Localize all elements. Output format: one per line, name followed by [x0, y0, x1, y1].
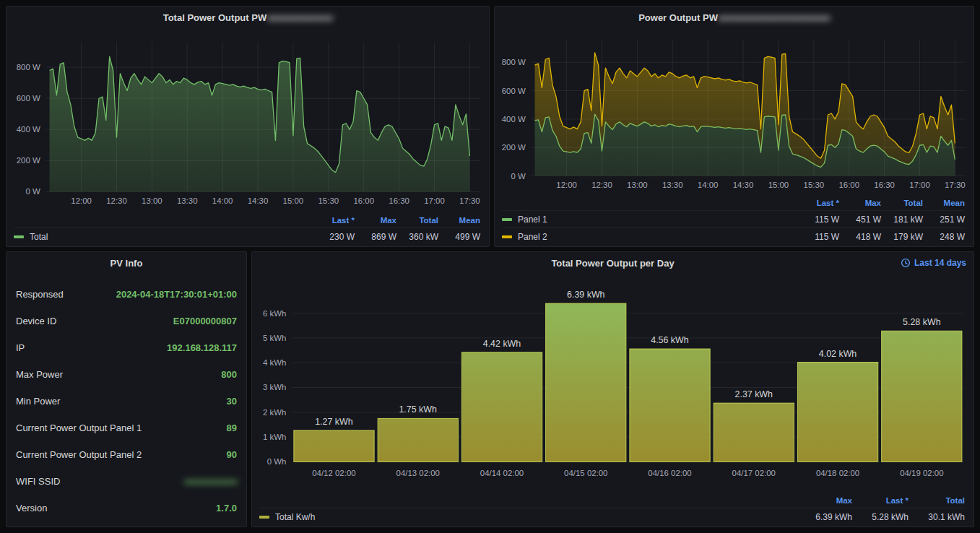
svg-text:13:30: 13:30 — [662, 181, 683, 189]
info-value: 89 — [227, 422, 237, 433]
stat-last-panel-2: 115 W — [797, 232, 839, 242]
panel-power-per-day: Total Power Output per Day Last 14 days … — [251, 251, 974, 527]
svg-text:1 kWh: 1 kWh — [263, 433, 286, 441]
info-row-ip: IP 192.168.128.117 — [6, 334, 246, 361]
legend-stat-header-total[interactable]: Total — [881, 199, 923, 207]
svg-text:04/15 02:00: 04/15 02:00 — [564, 469, 607, 477]
svg-text:12:00: 12:00 — [71, 196, 92, 205]
info-row-min-power: Min Power 30 — [6, 388, 246, 415]
legend-power-output: Last * Max Total Mean Panel 1 115 W 451 … — [502, 196, 965, 245]
stat-mean-panel-2: 248 W — [923, 232, 965, 242]
legend-stats-header: Last * Max Total Mean — [502, 196, 965, 210]
info-value: 800 — [221, 369, 237, 380]
info-value: 90 — [227, 449, 237, 460]
stat-max-total: 869 W — [355, 232, 396, 242]
svg-text:14:30: 14:30 — [248, 196, 269, 205]
legend-item-panel-2[interactable]: Panel 2 115 W 418 W 179 kW 248 W — [502, 228, 965, 245]
stat-total-panel-2: 179 kW — [881, 232, 923, 242]
legend-stat-header-max[interactable]: Max — [796, 496, 852, 505]
legend-stat-header-mean[interactable]: Mean — [438, 216, 480, 225]
svg-text:4 kWh: 4 kWh — [263, 358, 286, 367]
legend-item-panel-1[interactable]: Panel 1 115 W 451 W 181 kW 251 W — [502, 210, 965, 228]
panel-pv-info: PV Info Responsed 2024-04-18T17:30:01+01… — [6, 251, 247, 527]
info-label: Min Power — [16, 396, 60, 407]
svg-text:800 W: 800 W — [502, 58, 526, 66]
series-name-panel-2[interactable]: Panel 2 — [518, 232, 547, 242]
stat-total-panel-1: 181 kW — [881, 214, 923, 225]
panel-total-power-output: Total Power Output PWwwwwwwwwww 0 W200 W… — [6, 6, 490, 247]
info-value: 1.7.0 — [216, 503, 237, 514]
svg-text:600 W: 600 W — [502, 87, 526, 95]
info-value: E07000000807 — [173, 316, 237, 326]
series-name-panel-1[interactable]: Panel 1 — [518, 214, 547, 225]
stat-last-kwh: 5.28 kWh — [852, 512, 909, 522]
stat-max-panel-2: 418 W — [839, 232, 881, 242]
info-value-redacted: wwwwwwww — [184, 476, 237, 487]
series-name-total-kwh[interactable]: Total Kw/h — [275, 512, 315, 522]
svg-text:6.39 kWh: 6.39 kWh — [567, 290, 605, 300]
series-swatch-panel-1 — [502, 218, 512, 221]
svg-text:12:00: 12:00 — [556, 181, 577, 189]
series-name-total[interactable]: Total — [30, 232, 48, 242]
svg-text:14:00: 14:00 — [212, 196, 233, 205]
info-label: Version — [16, 503, 47, 514]
legend-stat-header-last[interactable]: Last * — [852, 496, 909, 505]
svg-text:17:30: 17:30 — [945, 181, 966, 189]
stat-last-total: 230 W — [313, 232, 355, 242]
stat-max-kwh: 6.39 kWh — [796, 512, 852, 522]
info-label: Current Power Output Panel 1 — [16, 422, 142, 433]
info-row-device-id: Device ID E07000000807 — [6, 308, 246, 334]
legend-stat-header-mean[interactable]: Mean — [923, 199, 965, 207]
panel-header-pv-info[interactable]: PV Info — [6, 252, 246, 274]
svg-text:04/14 02:00: 04/14 02:00 — [480, 469, 524, 477]
info-label: IP — [16, 342, 25, 353]
svg-text:16:00: 16:00 — [838, 181, 859, 189]
legend-item-total[interactable]: Total 230 W 869 W 360 kW 499 W — [14, 228, 480, 245]
legend-stats-header: Last * Max Total Mean — [14, 213, 480, 228]
info-label: Current Power Output Panel 2 — [16, 449, 142, 460]
series-swatch-total-kwh — [259, 516, 269, 519]
total-power-time-series-chart[interactable]: 0 W200 W400 W600 W800 W12:0012:3013:0013… — [6, 6, 489, 246]
svg-text:13:00: 13:00 — [627, 181, 648, 189]
svg-text:13:30: 13:30 — [177, 196, 198, 205]
info-label: Responsed — [16, 289, 64, 300]
stat-mean-panel-1: 251 W — [923, 214, 965, 225]
info-row-max-power: Max Power 800 — [6, 361, 246, 388]
svg-text:04/13 02:00: 04/13 02:00 — [396, 469, 440, 477]
svg-text:14:00: 14:00 — [698, 181, 719, 189]
legend-stat-header-total[interactable]: Total — [396, 216, 438, 225]
legend-stat-header-last[interactable]: Last * — [313, 216, 355, 225]
stat-mean-total: 499 W — [438, 232, 480, 242]
legend-item-total-kwh[interactable]: Total Kw/h 6.39 kWh 5.28 kWh 30.1 kWh — [259, 508, 965, 525]
svg-text:1.27 kWh: 1.27 kWh — [315, 417, 353, 427]
svg-text:17:00: 17:00 — [424, 196, 445, 205]
svg-text:16:00: 16:00 — [353, 196, 374, 205]
svg-text:200 W: 200 W — [17, 156, 40, 165]
svg-text:0 Wh: 0 Wh — [267, 457, 287, 466]
svg-text:2 kWh: 2 kWh — [263, 408, 286, 417]
power-per-day-bar-chart[interactable]: 0 Wh1 kWh2 kWh3 kWh4 kWh5 kWh6 kWh1.27 k… — [252, 252, 974, 526]
svg-text:15:30: 15:30 — [804, 181, 825, 189]
svg-text:400 W: 400 W — [17, 125, 40, 134]
svg-text:12:30: 12:30 — [106, 196, 127, 205]
stat-max-panel-1: 451 W — [839, 214, 881, 225]
legend-stat-header-last[interactable]: Last * — [797, 199, 839, 207]
legend-stat-header-total[interactable]: Total — [909, 496, 965, 505]
svg-text:04/19 02:00: 04/19 02:00 — [900, 469, 943, 477]
svg-text:16:30: 16:30 — [874, 181, 895, 189]
info-label: Device ID — [16, 316, 56, 326]
stat-total-total: 360 kW — [396, 232, 438, 242]
info-row-current-power-panel-1: Current Power Output Panel 1 89 — [6, 415, 246, 441]
svg-text:04/18 02:00: 04/18 02:00 — [816, 469, 859, 477]
info-value: 192.168.128.117 — [167, 342, 237, 353]
legend-power-per-day: Max Last * Total Total Kw/h 6.39 kWh 5.2… — [259, 493, 965, 525]
svg-text:04/12 02:00: 04/12 02:00 — [312, 469, 355, 477]
legend-total-power: Last * Max Total Mean Total 230 W 869 W … — [14, 213, 480, 245]
svg-text:1.75 kWh: 1.75 kWh — [399, 404, 437, 415]
info-label: Max Power — [16, 369, 63, 380]
legend-stat-header-max[interactable]: Max — [355, 216, 396, 225]
svg-text:5.28 kWh: 5.28 kWh — [903, 317, 941, 327]
info-row-responsed: Responsed 2024-04-18T17:30:01+01:00 — [6, 281, 246, 308]
legend-stat-header-max[interactable]: Max — [839, 199, 881, 207]
svg-text:16:30: 16:30 — [389, 196, 409, 205]
